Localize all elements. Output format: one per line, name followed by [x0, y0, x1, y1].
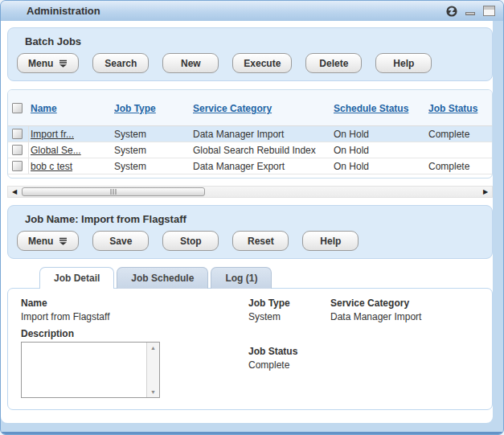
- job-name-link[interactable]: Global Se...: [31, 145, 81, 156]
- scrollbar-grip-icon: [111, 189, 117, 195]
- row-checkbox[interactable]: [12, 161, 23, 171]
- scrollbar-thumb[interactable]: [22, 187, 205, 196]
- search-button[interactable]: Search: [92, 53, 149, 73]
- service-category-label: Service Category: [330, 298, 479, 309]
- job-detail-panel: Name Import from Flagstaff Description ▲…: [7, 288, 493, 410]
- job-status-cell: Complete: [428, 129, 492, 140]
- job-name-title: Job Name: Import from Flagstaff: [25, 213, 483, 225]
- column-header-job-status[interactable]: Job Status: [428, 103, 477, 114]
- save-button[interactable]: Save: [92, 231, 149, 251]
- batch-jobs-panel: Batch Jobs Menu Search New Execute Delet…: [7, 27, 493, 81]
- tab-log[interactable]: Log (1): [211, 267, 272, 289]
- row-checkbox[interactable]: [12, 145, 23, 155]
- horizontal-scrollbar[interactable]: ◀ ▶: [7, 186, 493, 198]
- job-type-cell: System: [114, 145, 193, 156]
- job-type-cell: System: [114, 129, 193, 140]
- batch-jobs-title: Batch Jobs: [25, 35, 483, 47]
- column-header-name[interactable]: Name: [31, 103, 57, 114]
- reset-button[interactable]: Reset: [232, 231, 289, 251]
- arrow-left-icon[interactable]: ◀: [9, 187, 20, 197]
- service-category-cell: Data Manager Export: [193, 161, 334, 172]
- name-value: Import from Flagstaff: [21, 311, 248, 322]
- minimize-button[interactable]: [465, 7, 475, 15]
- job-name-link[interactable]: Import fr...: [31, 129, 74, 140]
- schedule-status-cell: On Hold: [334, 161, 428, 172]
- chevron-down-icon: [59, 60, 68, 68]
- arrow-right-icon[interactable]: ▶: [480, 187, 491, 197]
- minimize-icon: [465, 12, 475, 15]
- tab-job-schedule[interactable]: Job Schedule: [117, 267, 208, 289]
- administration-window: Administration Batch Jobs Menu: [0, 0, 504, 435]
- window-body: Batch Jobs Menu Search New Execute Delet…: [1, 21, 503, 423]
- title-bar: Administration: [1, 1, 503, 21]
- jobs-table-header: Name Job Type Service Category Schedule …: [8, 90, 492, 126]
- job-type-value: System: [248, 311, 330, 322]
- menu-button-label: Menu: [28, 58, 53, 69]
- job-name-link[interactable]: bob c test: [31, 161, 72, 172]
- content-area: Batch Jobs Menu Search New Execute Delet…: [1, 21, 493, 423]
- column-header-schedule-status[interactable]: Schedule Status: [334, 103, 408, 114]
- arrow-up-icon[interactable]: ▲: [150, 345, 156, 351]
- batch-jobs-toolbar: Menu Search New Execute Delete Help: [17, 53, 483, 73]
- detail-tabs: Job Detail Job Schedule Log (1): [39, 267, 493, 289]
- execute-button[interactable]: Execute: [232, 53, 292, 73]
- job-name-panel: Job Name: Import from Flagstaff Menu Sav…: [7, 205, 493, 259]
- menu-button[interactable]: Menu: [17, 53, 79, 73]
- jobs-table: Name Job Type Service Category Schedule …: [7, 89, 493, 179]
- schedule-status-cell: On Hold: [334, 145, 428, 156]
- delete-button[interactable]: Delete: [305, 53, 362, 73]
- select-all-checkbox[interactable]: [12, 103, 23, 113]
- description-textarea[interactable]: ▲ ▼: [21, 342, 160, 398]
- job-toolbar: Menu Save Stop Reset Help: [17, 231, 483, 251]
- window-controls: [446, 6, 495, 17]
- column-header-job-type[interactable]: Job Type: [114, 103, 156, 114]
- job-type-label: Job Type: [248, 298, 330, 309]
- refresh-icon[interactable]: [446, 6, 457, 17]
- arrow-down-icon[interactable]: ▼: [150, 389, 156, 395]
- job-status-label: Job Status: [248, 346, 330, 357]
- window-right-frame: [493, 21, 503, 423]
- service-category-value: Data Manager Import: [330, 311, 479, 322]
- row-checkbox[interactable]: [12, 129, 23, 139]
- description-label: Description: [21, 328, 248, 339]
- service-category-cell: Global Search Rebuild Index: [193, 145, 334, 156]
- table-row[interactable]: Global Se... System Global Search Rebuil…: [8, 142, 492, 158]
- new-button[interactable]: New: [162, 53, 219, 73]
- table-row[interactable]: bob c test System Data Manager Export On…: [8, 158, 492, 174]
- tab-job-detail[interactable]: Job Detail: [39, 267, 114, 289]
- stop-button[interactable]: Stop: [162, 231, 219, 251]
- table-row[interactable]: Import fr... System Data Manager Import …: [8, 126, 492, 142]
- menu-button[interactable]: Menu: [17, 231, 79, 251]
- chevron-down-icon: [59, 237, 68, 245]
- job-type-cell: System: [114, 161, 193, 172]
- window-title: Administration: [27, 5, 446, 17]
- maximize-icon: [483, 6, 495, 16]
- menu-button-label: Menu: [28, 236, 53, 247]
- help-button[interactable]: Help: [375, 53, 432, 73]
- schedule-status-cell: On Hold: [334, 129, 428, 140]
- window-bottom-frame: [1, 423, 503, 434]
- maximize-button[interactable]: [483, 6, 495, 16]
- job-status-cell: Complete: [428, 161, 492, 172]
- job-status-value: Complete: [248, 359, 330, 371]
- help-button[interactable]: Help: [302, 231, 359, 251]
- column-header-service-category[interactable]: Service Category: [193, 103, 272, 114]
- textarea-scrollbar[interactable]: ▲ ▼: [146, 343, 159, 397]
- name-label: Name: [21, 298, 248, 309]
- header-checkbox-cell: [8, 90, 29, 125]
- service-category-cell: Data Manager Import: [193, 129, 334, 140]
